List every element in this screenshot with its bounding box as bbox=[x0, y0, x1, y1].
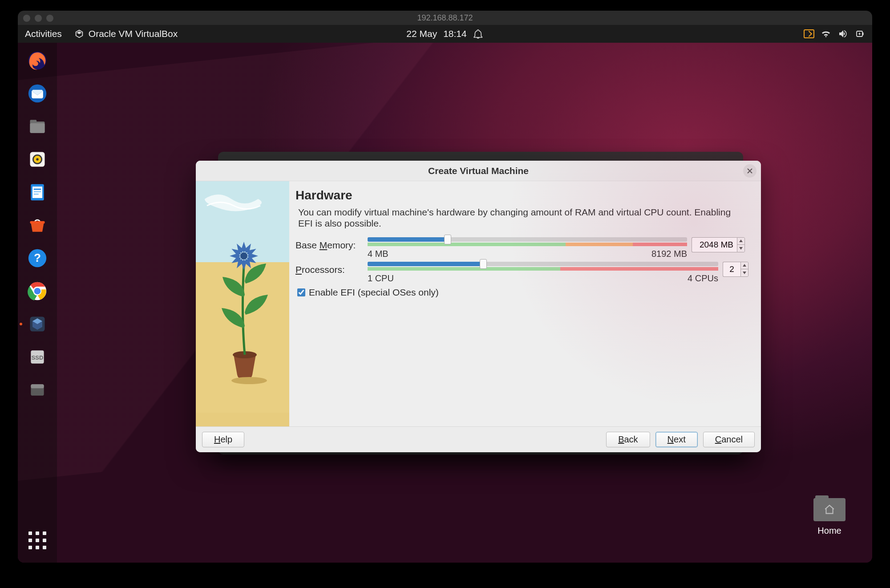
svg-rect-1 bbox=[863, 32, 864, 35]
memory-min-label: 4 MB bbox=[368, 249, 388, 259]
dock-google-chrome[interactable] bbox=[24, 278, 51, 304]
folder-icon bbox=[813, 495, 846, 521]
date-label: 22 May bbox=[406, 28, 437, 39]
virtualbox-app-icon bbox=[74, 29, 84, 39]
next-button[interactable]: Next bbox=[655, 432, 698, 447]
window-maximize-icon[interactable] bbox=[46, 15, 53, 22]
wifi-icon[interactable] bbox=[821, 28, 831, 39]
create-vm-dialog: Create Virtual Machine bbox=[196, 161, 761, 452]
apps-grid-icon bbox=[28, 531, 46, 549]
volume-icon[interactable] bbox=[837, 28, 848, 39]
show-applications-button[interactable] bbox=[24, 527, 51, 554]
processors-slider[interactable] bbox=[368, 262, 718, 266]
dialog-sidebar-illustration bbox=[196, 181, 289, 426]
dock-disk-ssd[interactable]: SSD bbox=[24, 344, 51, 370]
gnome-top-bar: Activities Oracle VM VirtualBox 22 May 1… bbox=[18, 25, 872, 43]
svg-text:SSD: SSD bbox=[32, 354, 43, 361]
dock-firefox[interactable] bbox=[24, 47, 51, 74]
processors-row: Processors: 1 CPU 4 CPUs bbox=[295, 262, 749, 284]
dialog-content: Hardware You can modify virtual machine'… bbox=[289, 181, 761, 426]
activities-button[interactable]: Activities bbox=[25, 28, 62, 39]
cpu-min-label: 1 CPU bbox=[368, 273, 394, 284]
dialog-footer: Help Back Next Cancel bbox=[196, 426, 761, 452]
window-close-icon[interactable] bbox=[23, 15, 30, 22]
processors-label: Processors: bbox=[295, 262, 363, 275]
dock-unknown-app[interactable] bbox=[24, 377, 51, 403]
svg-point-31 bbox=[231, 377, 267, 384]
back-button[interactable]: Back bbox=[606, 432, 650, 447]
window-controls[interactable] bbox=[23, 15, 53, 22]
notifications-icon[interactable] bbox=[473, 28, 484, 39]
processors-spinbox[interactable] bbox=[723, 262, 749, 277]
dialog-titlebar[interactable]: Create Virtual Machine bbox=[196, 161, 761, 181]
time-label: 18:14 bbox=[443, 28, 467, 39]
remote-host-label: 192.168.88.172 bbox=[417, 13, 473, 23]
processors-input[interactable] bbox=[723, 262, 740, 277]
cpu-max-label: 4 CPUs bbox=[688, 273, 718, 284]
clock-area[interactable]: 22 May 18:14 bbox=[406, 28, 483, 39]
dialog-close-button[interactable] bbox=[743, 164, 756, 178]
svg-text:?: ? bbox=[34, 251, 41, 264]
base-memory-spinbox[interactable] bbox=[692, 237, 749, 252]
memory-step-down-button[interactable] bbox=[737, 245, 744, 252]
dialog-heading: Hardware bbox=[295, 188, 749, 203]
svg-rect-6 bbox=[30, 123, 45, 133]
svg-point-10 bbox=[36, 158, 39, 161]
svg-rect-26 bbox=[31, 384, 44, 388]
dock-rhythmbox[interactable] bbox=[24, 146, 51, 173]
svg-rect-16 bbox=[30, 221, 45, 224]
cpu-step-down-button[interactable] bbox=[741, 269, 748, 276]
help-button[interactable]: Help bbox=[202, 432, 244, 447]
memory-max-label: 8192 MB bbox=[651, 249, 687, 259]
memory-step-up-button[interactable] bbox=[737, 238, 744, 245]
desktop-background: ? SSD Home Create Virtual Machine bbox=[18, 43, 872, 563]
svg-rect-13 bbox=[34, 189, 41, 190]
system-status-area[interactable] bbox=[804, 28, 865, 39]
dock: ? SSD bbox=[18, 43, 57, 563]
desktop-home-label: Home bbox=[813, 526, 846, 536]
base-memory-label: Base Memory: bbox=[295, 237, 363, 251]
base-memory-row: Base Memory: 4 MB 8192 MB bbox=[295, 237, 749, 259]
dock-libreoffice-writer[interactable] bbox=[24, 179, 51, 206]
remote-session-window: 192.168.88.172 Activities Oracle VM Virt… bbox=[18, 11, 872, 563]
dock-virtualbox[interactable] bbox=[24, 311, 51, 337]
cancel-button[interactable]: Cancel bbox=[703, 432, 755, 447]
svg-point-30 bbox=[240, 252, 247, 260]
svg-rect-14 bbox=[34, 191, 41, 192]
base-memory-input[interactable] bbox=[692, 237, 737, 252]
cpu-step-up-button[interactable] bbox=[741, 262, 748, 270]
svg-rect-5 bbox=[30, 120, 37, 123]
screen-sharing-icon[interactable] bbox=[804, 29, 814, 38]
battery-icon[interactable] bbox=[854, 28, 865, 39]
enable-efi-row: Enable EFI (special OSes only) bbox=[297, 287, 749, 298]
dock-files[interactable] bbox=[24, 113, 51, 140]
dialog-description: You can modify virtual machine's hardwar… bbox=[298, 207, 747, 229]
dialog-title-label: Create Virtual Machine bbox=[428, 166, 529, 176]
desktop-home-folder[interactable]: Home bbox=[813, 495, 846, 536]
close-icon bbox=[747, 168, 753, 174]
remote-session-titlebar: 192.168.88.172 bbox=[18, 11, 872, 25]
dock-thunderbird[interactable] bbox=[24, 80, 51, 107]
base-memory-slider[interactable] bbox=[368, 237, 687, 242]
enable-efi-label[interactable]: Enable EFI (special OSes only) bbox=[309, 287, 439, 298]
current-app-menu[interactable]: Oracle VM VirtualBox bbox=[74, 28, 178, 39]
svg-rect-15 bbox=[34, 194, 39, 195]
dock-ubuntu-software[interactable] bbox=[24, 212, 51, 239]
current-app-label: Oracle VM VirtualBox bbox=[89, 28, 178, 39]
enable-efi-checkbox[interactable] bbox=[297, 288, 305, 296]
window-minimize-icon[interactable] bbox=[35, 15, 42, 22]
dock-help[interactable]: ? bbox=[24, 245, 51, 272]
